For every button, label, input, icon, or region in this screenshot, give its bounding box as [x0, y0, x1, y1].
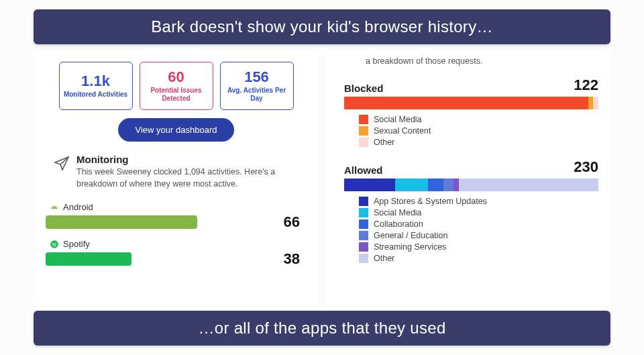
- allowed-legend: App Stores & System UpdatesSocial MediaC…: [325, 195, 610, 274]
- legend-item: Collaboration: [359, 219, 598, 229]
- legend-label: Other: [374, 254, 394, 263]
- legend-label: App Stores & System Updates: [374, 197, 487, 206]
- stat-card-monitored[interactable]: 1.1k Monitored Activities: [59, 62, 133, 110]
- legend-label: General / Education: [374, 231, 448, 240]
- legend-label: Collaboration: [374, 219, 423, 229]
- bar-segment: [443, 179, 453, 191]
- stat-avg-value: 156: [244, 69, 269, 85]
- blocked-count: 122: [574, 77, 598, 94]
- bar-segment: [428, 179, 443, 191]
- blocked-legend: Social MediaSexual ContentOther: [325, 113, 610, 158]
- legend-swatch: [359, 197, 368, 206]
- monitoring-title: Monitoring: [76, 154, 299, 165]
- app-name-spotify: Spotify: [63, 239, 90, 249]
- app-name-android: Android: [63, 202, 93, 212]
- legend-swatch: [359, 208, 368, 217]
- stat-avg-label: Avg. Activities Per Day: [223, 87, 290, 103]
- legend-item: Streaming Services: [359, 242, 598, 252]
- bar-segment: [588, 97, 594, 109]
- legend-label: Social Media: [374, 115, 422, 124]
- app-row-android: Android 66: [46, 202, 307, 231]
- banner-top: Bark doesn't show your kid's browser his…: [34, 9, 610, 44]
- bar-segment: [395, 179, 428, 191]
- allowed-count: 230: [574, 158, 598, 176]
- spotify-icon: [50, 240, 59, 249]
- stat-card-issues[interactable]: 60 Potential Issues Detected: [140, 62, 213, 110]
- legend-item: General / Education: [359, 231, 598, 240]
- legend-item: Other: [359, 138, 598, 147]
- requests-intro: a breakdown of those requests.: [325, 50, 610, 77]
- svg-point-1: [56, 207, 56, 207]
- banner-bottom: …or all of the apps that they used: [34, 311, 610, 346]
- panel-requests: a breakdown of those requests. Blocked 1…: [325, 50, 610, 305]
- app-bar-android: [46, 215, 197, 229]
- allowed-bar: [344, 179, 598, 191]
- app-count-android: 66: [273, 213, 307, 231]
- legend-item: Sexual Content: [359, 126, 598, 136]
- legend-swatch: [359, 115, 368, 124]
- stat-issues-value: 60: [168, 69, 184, 85]
- panel-monitoring: 1.1k Monitored Activities 60 Potential I…: [34, 50, 319, 305]
- legend-swatch: [359, 254, 368, 263]
- view-dashboard-button[interactable]: View your dashboard: [118, 118, 235, 142]
- blocked-bar: [344, 97, 598, 109]
- bar-segment: [459, 179, 598, 191]
- legend-label: Social Media: [374, 208, 422, 217]
- legend-item: Social Media: [359, 208, 598, 217]
- monitoring-description: This week Sweeney clocked 1,094 activiti…: [76, 166, 299, 190]
- bar-segment: [344, 97, 588, 109]
- android-icon: [50, 203, 59, 212]
- legend-swatch: [359, 242, 368, 252]
- svg-point-0: [52, 207, 53, 207]
- stat-monitored-label: Monitored Activities: [64, 91, 127, 99]
- bar-segment: [453, 179, 459, 191]
- legend-label: Other: [374, 138, 394, 147]
- stat-card-avg[interactable]: 156 Avg. Activities Per Day: [220, 62, 294, 110]
- legend-label: Streaming Services: [374, 242, 446, 252]
- legend-item: App Stores & System Updates: [359, 197, 598, 206]
- legend-swatch: [359, 138, 368, 147]
- bar-segment: [344, 179, 395, 191]
- allowed-title: Allowed: [344, 164, 383, 176]
- bar-segment: [593, 97, 598, 109]
- legend-swatch: [359, 126, 368, 136]
- stat-monitored-value: 1.1k: [81, 73, 110, 89]
- stat-issues-label: Potential Issues Detected: [143, 87, 210, 103]
- legend-item: Other: [359, 254, 598, 263]
- app-bar-spotify: [46, 252, 131, 266]
- paper-plane-icon: [54, 156, 70, 174]
- legend-item: Social Media: [359, 115, 598, 124]
- legend-swatch: [359, 231, 368, 240]
- app-row-spotify: Spotify 38: [46, 239, 307, 268]
- legend-swatch: [359, 219, 368, 229]
- blocked-title: Blocked: [344, 83, 383, 94]
- legend-label: Sexual Content: [374, 126, 431, 136]
- app-count-spotify: 38: [273, 250, 307, 268]
